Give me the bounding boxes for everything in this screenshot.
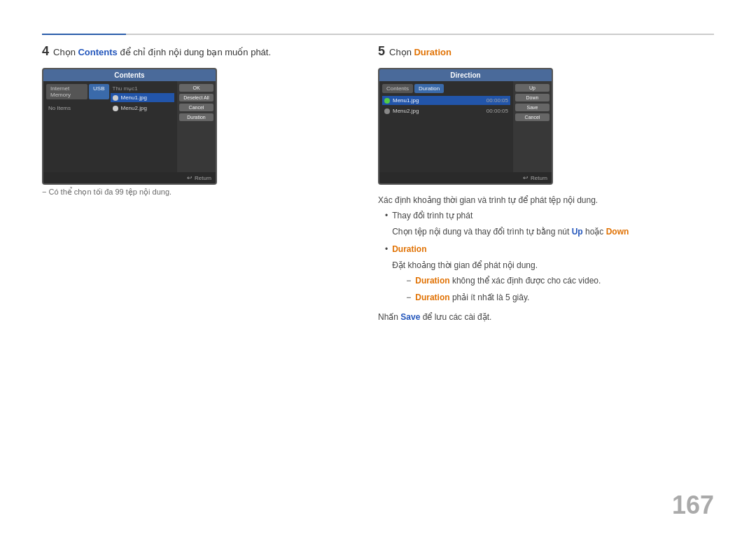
step4-number: 4 (42, 44, 49, 58)
bullet1-dot: • (385, 209, 388, 223)
direction-buttons: Up Down Save Cancel (513, 81, 552, 172)
footer-return-label: Return (195, 175, 211, 181)
step4-text2: để chỉ định nội dung bạn muốn phát. (118, 47, 271, 57)
direction-footer-return: Return (531, 175, 547, 181)
bullet1-down: Down (606, 227, 629, 237)
direction-body: Contents Duration Menu1.jpg 00:00:05 Men… (379, 81, 552, 172)
bullet1-up: Up (572, 227, 583, 237)
save-note: Nhấn Save để lưu các cài đặt. (378, 310, 714, 324)
direction-item1-row[interactable]: Menu1.jpg 00:00:05 (382, 96, 510, 105)
btn-cancel-dir-label: Cancel (525, 115, 540, 120)
sub-dash1: − (406, 274, 411, 288)
description-area: Xác định khoảng thời gian và trình tự để… (378, 193, 714, 324)
btn-cancel-dir[interactable]: Cancel (515, 113, 550, 121)
sub1-text: Duration không thể xác định được cho các… (415, 274, 601, 288)
direction-title-bar: Direction (379, 69, 552, 81)
save-note-post: để lưu các cài đặt. (420, 312, 491, 322)
item1-name: Menu1.jpg (121, 94, 147, 101)
contents-screen: Contents Internet Memory USB No I (42, 68, 217, 185)
contents-buttons: OK Deselect All Cancel Duration (177, 81, 216, 172)
step4-highlight: Contents (78, 47, 117, 57)
contents-body: Internet Memory USB No Items Thu mục1 (43, 81, 216, 172)
item1-icon (113, 95, 118, 101)
contents-left-panel: Internet Memory USB No Items Thu mục1 (43, 81, 177, 172)
top-divider-line (42, 34, 714, 35)
item2-name: Menu2.jpg (121, 105, 147, 111)
btn-duration-label: Duration (187, 115, 205, 120)
tab-internet-memory[interactable]: Internet Memory (46, 84, 88, 99)
top-accent-line (42, 34, 126, 35)
item2-icon (113, 106, 118, 111)
direction-footer: ↩ Return (379, 172, 552, 183)
contents-right-list: Thu mục1 Menu1.jpg Menu2.jpg (111, 84, 175, 114)
desc-main: Xác định khoảng thời gian và trình tự để… (378, 193, 714, 207)
item1-row[interactable]: Menu1.jpg (111, 93, 175, 102)
step4-text: Chọn (53, 47, 78, 57)
direction-title: Direction (450, 71, 480, 79)
page-number: 167 (672, 491, 714, 520)
bullet1-label: Thay đổi trình tự phát (392, 209, 629, 223)
btn-cancel[interactable]: Cancel (179, 104, 214, 111)
direction-item2-icon (384, 108, 390, 114)
btn-duration[interactable]: Duration (179, 113, 214, 121)
bullet2-highlight: Duration (392, 244, 426, 254)
btn-down[interactable]: Down (515, 94, 550, 101)
direction-tab-duration-label: Duration (419, 85, 440, 92)
btn-down-label: Down (526, 95, 539, 100)
btn-up[interactable]: Up (515, 84, 550, 92)
btn-cancel-label: Cancel (189, 105, 204, 110)
return-icon-right: ↩ (523, 174, 528, 181)
left-column: 4Chọn Contents để chỉ định nội dung bạn … (42, 42, 357, 197)
direction-screen: Direction Contents Duration Menu1.jpg 00… (378, 68, 553, 185)
step5-number: 5 (378, 44, 385, 58)
direction-tab-duration[interactable]: Duration (414, 84, 444, 93)
sub2-rest: phải ít nhất là 5 giây. (450, 293, 530, 302)
sub-dash2: − (406, 290, 411, 304)
direction-tab-contents-label: Contents (386, 85, 409, 92)
bullet2-content: Duration Đặt khoảng thời gian để phát nộ… (392, 242, 601, 308)
left-note: − Có thể chọn tối đa 99 tệp nội dung. (42, 188, 357, 197)
tab-usb[interactable]: USB (89, 84, 108, 99)
sub2-highlight: Duration (415, 293, 449, 302)
sub-bullet2: − Duration phải ít nhất là 5 giây. (406, 290, 601, 306)
sub1-rest: không thể xác định được cho các video. (450, 276, 601, 286)
direction-item2-duration: 00:00:05 (486, 108, 508, 114)
bullet2-label: Duration (392, 242, 601, 256)
bullet1-content: Thay đổi trình tự phát Chọn tệp nội dung… (392, 209, 629, 240)
contents-title-bar: Contents (43, 69, 216, 81)
bullet1-sub: Chọn tệp nội dung và thay đổi trình tự b… (392, 225, 629, 239)
bullet1: • Thay đổi trình tự phát Chọn tệp nội du… (385, 209, 714, 240)
bullet2-dot: • (385, 242, 388, 256)
direction-item1-duration: 00:00:05 (486, 97, 508, 104)
no-items-label: No Items (46, 102, 111, 114)
step5-text: Chọn (389, 47, 414, 57)
btn-save[interactable]: Save (515, 104, 550, 111)
contents-tabs-row: Internet Memory USB No Items Thu mục1 (46, 84, 174, 114)
tab-internet-label: Internet Memory (50, 85, 71, 98)
sub-bullet1: − Duration không thể xác định được cho c… (406, 274, 601, 289)
bullet1-mid: hoặc (583, 227, 606, 237)
direction-left-panel: Contents Duration Menu1.jpg 00:00:05 Men… (379, 81, 513, 172)
tab-usb-label: USB (93, 85, 104, 92)
bullet2: • Duration Đặt khoảng thời gian để phát … (385, 242, 714, 308)
return-icon: ↩ (187, 174, 192, 181)
contents-left-list: Internet Memory USB No Items (46, 84, 111, 114)
direction-tab-contents[interactable]: Contents (382, 84, 413, 93)
save-note-pre: Nhấn (378, 312, 400, 322)
right-column: 5Chọn Duration Direction Contents Durati… (378, 42, 714, 325)
bullet2-sub: Đặt khoảng thời gian để phát nội dung. (392, 258, 601, 272)
step5-label: 5Chọn Duration (378, 42, 714, 61)
btn-ok[interactable]: OK (179, 84, 214, 92)
btn-deselect-label: Deselect All (183, 95, 209, 100)
direction-tab-list: Contents Duration (382, 84, 510, 93)
step4-label: 4Chọn Contents để chỉ định nội dung bạn … (42, 42, 357, 61)
bullet1-sub-text: Chọn tệp nội dung và thay đổi trình tự b… (392, 227, 571, 237)
btn-save-label: Save (527, 105, 538, 110)
direction-item2-name: Menu2.jpg (393, 108, 419, 114)
sub1-highlight: Duration (415, 276, 449, 286)
btn-deselect[interactable]: Deselect All (179, 94, 214, 101)
item2-row[interactable]: Menu2.jpg (111, 104, 175, 113)
sub2-text: Duration phải ít nhất là 5 giây. (415, 290, 529, 304)
direction-item2-row[interactable]: Menu2.jpg 00:00:05 (382, 106, 510, 115)
contents-tab-list: Internet Memory USB (46, 84, 111, 99)
